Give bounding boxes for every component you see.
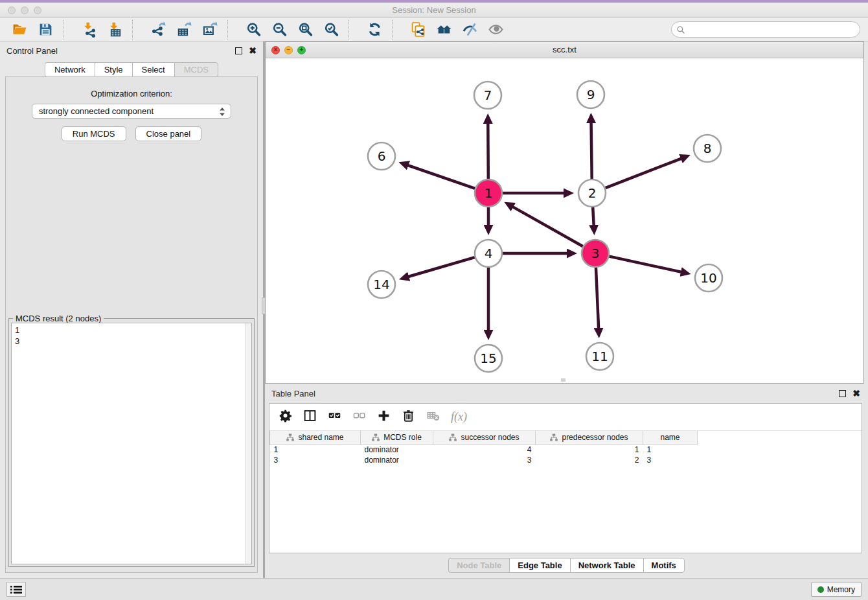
export-image-button[interactable] xyxy=(197,20,223,40)
tab-motifs[interactable]: Motifs xyxy=(643,558,685,573)
table-cell[interactable]: 1 xyxy=(536,444,643,455)
table-cell[interactable]: 1 xyxy=(270,444,361,455)
network-canvas[interactable]: 7968124314101511 xyxy=(266,58,863,383)
delete-button[interactable] xyxy=(402,409,415,425)
graph-node-label-14: 14 xyxy=(373,277,389,292)
import-table-button[interactable] xyxy=(102,20,128,40)
import-network-button[interactable] xyxy=(76,20,102,40)
zoom-in-icon xyxy=(246,21,262,38)
mcds-result-text-area[interactable]: 1 3 xyxy=(11,323,252,564)
workspace: Control Panel ✖ NetworkStyleSelectMCDS O… xyxy=(0,41,868,578)
toolbar-separator xyxy=(227,20,236,40)
edge-1-7[interactable] xyxy=(488,123,488,179)
table-cell[interactable]: dominator xyxy=(361,444,433,455)
tab-style[interactable]: Style xyxy=(95,62,132,77)
column-header-shared-name[interactable]: shared name xyxy=(270,431,361,444)
select-stepper-icon xyxy=(218,106,227,117)
table-cell[interactable]: 4 xyxy=(433,444,536,455)
optimization-criterion-value: strongly connected component xyxy=(39,106,154,116)
edge-2-8[interactable] xyxy=(606,159,681,189)
memory-label: Memory xyxy=(827,585,855,594)
edge-4-14[interactable] xyxy=(408,257,475,277)
tab-edge-table[interactable]: Edge Table xyxy=(509,558,569,573)
import-network-icon xyxy=(81,21,97,38)
column-header-MCDS-role[interactable]: MCDS role xyxy=(361,431,433,444)
toolbar-separator xyxy=(392,20,401,40)
network-graph[interactable]: 7968124314101511 xyxy=(266,58,863,383)
task-history-button[interactable] xyxy=(6,582,26,597)
zoom-fit-icon xyxy=(297,21,314,38)
run-mcds-button[interactable]: Run MCDS xyxy=(62,126,126,141)
column-header-successor-nodes[interactable]: successor nodes xyxy=(433,431,536,444)
node-table[interactable]: shared name MCDS role successor nodes pr… xyxy=(269,431,862,465)
graph-node-label-6: 6 xyxy=(378,148,386,164)
close-panel-button[interactable]: Close panel xyxy=(135,126,202,141)
close-panel-icon[interactable]: ✖ xyxy=(249,47,257,54)
edge-2-3[interactable] xyxy=(593,207,594,225)
table-cell[interactable]: 1 xyxy=(643,444,698,455)
control-panel-tabs: NetworkStyleSelectMCDS xyxy=(0,62,263,77)
table-panel-tabs: Node TableEdge TableNetwork TableMotifs xyxy=(265,558,868,573)
open-session-button[interactable] xyxy=(6,20,32,40)
search-field[interactable] xyxy=(671,21,860,38)
table-cell-filler xyxy=(698,455,862,465)
memory-button[interactable]: Memory xyxy=(811,582,862,597)
tab-select[interactable]: Select xyxy=(132,62,174,77)
edge-1-6[interactable] xyxy=(408,165,475,189)
network-window-titlebar[interactable]: × − + scc.txt xyxy=(266,42,863,58)
control-panel: Control Panel ✖ NetworkStyleSelectMCDS O… xyxy=(0,41,263,578)
refresh-button[interactable] xyxy=(361,20,387,40)
deselect-all-button[interactable] xyxy=(352,409,366,425)
network-resize-grip[interactable] xyxy=(561,378,565,382)
add-button[interactable] xyxy=(377,409,391,425)
tab-network[interactable]: Network xyxy=(45,62,95,77)
table-cell[interactable]: 3 xyxy=(643,455,698,465)
export-table-icon xyxy=(176,21,192,38)
title-bar[interactable]: Session: New Session xyxy=(0,3,868,18)
select-all-button[interactable] xyxy=(328,409,341,425)
zoom-out-button[interactable] xyxy=(266,20,292,40)
tab-mcds[interactable]: MCDS xyxy=(174,62,218,77)
network-from-file-button[interactable] xyxy=(405,20,431,40)
close-table-panel-icon[interactable]: ✖ xyxy=(852,390,860,397)
table-cell[interactable]: dominator xyxy=(361,455,433,465)
tab-network-table[interactable]: Network Table xyxy=(570,558,643,573)
zoom-out-icon xyxy=(271,21,288,38)
float-panel-icon[interactable] xyxy=(235,47,242,54)
zoom-in-button[interactable] xyxy=(240,20,266,40)
table-row[interactable]: 1dominator411 xyxy=(270,444,862,455)
table-cell[interactable]: 3 xyxy=(270,455,361,465)
search-icon xyxy=(676,25,685,34)
network-view-window: × − + scc.txt 7968124314101511 xyxy=(265,41,864,384)
column-tree-icon xyxy=(372,433,380,441)
save-session-button[interactable] xyxy=(32,20,58,40)
float-table-panel-icon[interactable] xyxy=(839,390,846,397)
column-header-predecessor-nodes[interactable]: predecessor nodes xyxy=(536,431,643,444)
table-row[interactable]: 3dominator323 xyxy=(270,455,862,465)
export-network-button[interactable] xyxy=(145,20,171,40)
export-table-button[interactable] xyxy=(171,20,197,40)
zoom-selected-icon xyxy=(323,21,339,38)
edge-3-11[interactable] xyxy=(596,268,599,329)
edge-2-9[interactable] xyxy=(591,122,592,179)
zoom-fit-button[interactable] xyxy=(292,20,318,40)
tab-node-table[interactable]: Node Table xyxy=(448,558,509,573)
result-scrollbar[interactable] xyxy=(245,323,251,564)
search-input[interactable] xyxy=(685,23,860,36)
columns-button[interactable] xyxy=(303,409,317,425)
gear-button[interactable] xyxy=(279,409,292,425)
hide-style-button[interactable] xyxy=(457,20,483,40)
graph-node-label-8: 8 xyxy=(703,141,712,156)
edge-3-10[interactable] xyxy=(609,257,681,272)
zoom-selected-button[interactable] xyxy=(318,20,344,40)
optimization-criterion-select[interactable]: strongly connected component xyxy=(32,104,231,119)
home-button[interactable] xyxy=(431,20,457,40)
table-cell[interactable]: 2 xyxy=(536,455,643,465)
edge-3-1[interactable] xyxy=(512,207,582,246)
function-builder-button: f(x) xyxy=(451,410,467,424)
eye-button[interactable] xyxy=(483,20,508,40)
eye-icon xyxy=(488,21,504,38)
column-header-name[interactable]: name xyxy=(643,431,698,444)
graph-node-label-10: 10 xyxy=(700,270,716,286)
table-cell[interactable]: 3 xyxy=(433,455,536,465)
